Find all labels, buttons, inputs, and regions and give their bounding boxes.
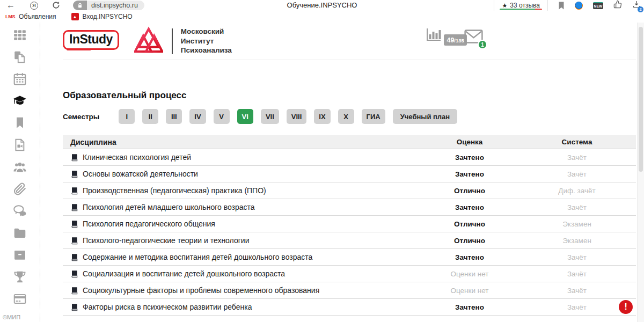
column-grade: Оценка xyxy=(421,138,518,146)
new-extension-icon[interactable]: NEW xyxy=(593,2,603,9)
table-row[interactable]: Психолого-педагогические теории и технол… xyxy=(63,232,636,249)
discipline-cell[interactable]: Клиническая психология детей xyxy=(63,153,421,162)
discipline-cell[interactable]: Психология детей младшего школьного возр… xyxy=(63,203,421,211)
book-icon xyxy=(70,203,78,211)
semester-button-X[interactable]: X xyxy=(338,109,354,124)
book-icon xyxy=(70,303,78,311)
semester-button-I[interactable]: I xyxy=(119,109,135,124)
instudy-logo-text: InStudy xyxy=(63,30,119,50)
discipline-label: Производственная (педагогическая) практи… xyxy=(83,186,266,195)
downloads-icon[interactable]: 2 xyxy=(632,0,641,11)
column-system: Система xyxy=(518,138,636,146)
system-cell: Зачёт xyxy=(518,253,636,261)
grade-cell: Оценки нет xyxy=(421,270,518,278)
system-cell: Экзамен xyxy=(518,237,636,245)
video-file-icon[interactable] xyxy=(13,138,27,152)
book-icon xyxy=(70,287,78,295)
mail-widget[interactable]: 1 xyxy=(464,30,483,46)
graduation-cap-icon[interactable] xyxy=(13,94,27,108)
grade-cell: Зачтено xyxy=(421,203,518,211)
institute-name: Московский Институт Психоанализа xyxy=(181,27,232,55)
semester-button-VI[interactable]: VI xyxy=(237,109,253,124)
header-divider xyxy=(172,28,173,54)
paperclip-icon[interactable] xyxy=(13,182,27,196)
table-row[interactable]: Основы вожатской деятельностиЗачтеноЗачё… xyxy=(63,166,636,182)
card-icon[interactable] xyxy=(13,292,27,306)
book-icon xyxy=(70,170,78,178)
table-row[interactable]: Психология педагогического общенияОтличн… xyxy=(63,216,636,232)
folder-icon[interactable] xyxy=(13,226,27,240)
table-row[interactable]: Психология детей младшего школьного возр… xyxy=(63,199,636,216)
system-cell: Зачёт xyxy=(518,203,636,211)
bar-chart-icon xyxy=(426,28,442,42)
discipline-cell[interactable]: Факторы риска в психическом развитии реб… xyxy=(63,303,421,311)
discipline-cell[interactable]: Социализация и воспитание детей дошкольн… xyxy=(63,269,421,278)
semester-button-VIII[interactable]: VIII xyxy=(287,109,307,124)
table-row[interactable]: Факторы риска в психическом развитии реб… xyxy=(63,299,636,316)
grade-cell: Отлично xyxy=(421,220,518,228)
bookmarks-bar: LMS Объявления ▲ Вход.INPSYCHO xyxy=(0,11,644,23)
browser-toolbar: ← Я dist.inpsycho.ru Обучение.INPSYCHO ★… xyxy=(0,0,644,11)
discipline-cell[interactable]: Психология педагогического общения xyxy=(63,219,421,228)
scrollbar-thumb[interactable] xyxy=(639,27,643,172)
table-row[interactable]: Клиническая психология детейЗачтеноЗачёт xyxy=(63,149,636,166)
discipline-cell[interactable]: Социокультурные факторы и проблемы совре… xyxy=(63,286,421,295)
semester-button-IX[interactable]: IX xyxy=(314,109,330,124)
extension-browser-icon[interactable] xyxy=(575,2,583,10)
grade-cell: Зачтено xyxy=(421,253,518,261)
semester-button-III[interactable]: III xyxy=(166,109,182,124)
trophy-icon[interactable] xyxy=(13,270,27,284)
bookmark-icon[interactable] xyxy=(13,116,27,130)
progress-badge: 49/135 xyxy=(444,34,466,46)
page-title: Образовательный процесс xyxy=(63,90,636,101)
bookmark-item-announcements[interactable]: LMS Объявления xyxy=(5,13,56,20)
chat-icon[interactable] xyxy=(13,204,27,218)
discipline-cell[interactable]: Основы вожатской деятельности xyxy=(63,170,421,178)
thumbs-icon[interactable] xyxy=(613,0,622,11)
address-bar[interactable]: dist.inpsycho.ru xyxy=(73,1,144,10)
semester-filter: Семестры IIIIIIIVVVIVIIVIIIIXXГИАУчебный… xyxy=(63,109,636,124)
alert-icon[interactable]: ! xyxy=(619,300,633,314)
system-cell: Зачёт xyxy=(518,270,636,278)
instudy-logo[interactable]: InStudy xyxy=(63,32,119,50)
grade-cell: Зачтено xyxy=(421,303,518,311)
semester-button-Учебный план[interactable]: Учебный план xyxy=(393,109,457,124)
semesters-label: Семестры xyxy=(63,113,99,121)
apps-grid-icon[interactable] xyxy=(13,28,27,42)
discipline-cell[interactable]: Содержание и методика воспитания детей д… xyxy=(63,253,421,261)
table-row[interactable]: Социализация и воспитание детей дошкольн… xyxy=(63,266,636,282)
semester-button-II[interactable]: II xyxy=(142,109,158,124)
back-icon[interactable]: ← xyxy=(6,1,15,10)
url-text[interactable]: dist.inpsycho.ru xyxy=(87,1,144,10)
progress-widget[interactable]: 49/135 xyxy=(426,28,467,46)
semester-button-V[interactable]: V xyxy=(214,109,230,124)
table-row[interactable]: Производственная (педагогическая) практи… xyxy=(63,182,636,199)
semester-button-IV[interactable]: IV xyxy=(189,109,206,124)
table-row[interactable]: Социокультурные факторы и проблемы совре… xyxy=(63,282,636,299)
semester-button-VII[interactable]: VII xyxy=(261,109,279,124)
refresh-icon[interactable] xyxy=(52,1,60,10)
semester-button-ГИА[interactable]: ГИА xyxy=(362,109,385,124)
discipline-cell[interactable]: Психолого-педагогические теории и технол… xyxy=(63,236,421,245)
calendar-icon[interactable] xyxy=(13,72,27,86)
mail-count-badge: 1 xyxy=(478,40,487,49)
documents-icon[interactable] xyxy=(13,50,27,64)
discipline-cell[interactable]: Производственная (педагогическая) практи… xyxy=(63,186,421,195)
star-icon: ★ xyxy=(502,2,507,9)
grade-cell: Оценки нет xyxy=(421,287,518,295)
book-icon xyxy=(70,187,78,195)
bookmark-label: Вход.INPSYCHO xyxy=(83,13,133,20)
bookmark-item-login[interactable]: ▲ Вход.INPSYCHO xyxy=(71,13,133,20)
reviews-widget[interactable]: ★ 33 отзыва xyxy=(494,0,548,11)
discipline-label: Психология детей младшего школьного возр… xyxy=(83,203,255,211)
reviews-label: 33 отзыва xyxy=(510,2,540,9)
book-icon xyxy=(70,253,78,261)
bookmark-flag-icon[interactable] xyxy=(558,2,565,10)
users-icon[interactable] xyxy=(13,160,27,174)
archive-icon[interactable] xyxy=(13,248,27,262)
column-discipline: Дисциплина xyxy=(63,138,421,147)
lock-icon[interactable] xyxy=(73,1,87,10)
table-row[interactable]: Содержание и методика воспитания детей д… xyxy=(63,249,636,266)
table-header: Дисциплина Оценка Система xyxy=(63,135,636,149)
yandex-icon[interactable]: Я xyxy=(30,2,38,10)
